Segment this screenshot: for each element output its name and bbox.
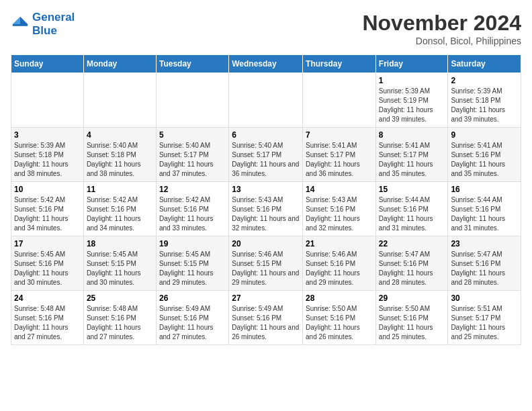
day-number: 20 [232,239,300,248]
calendar-cell: 23Sunrise: 5:47 AM Sunset: 5:16 PM Dayli… [448,236,521,291]
calendar-cell [156,73,228,128]
day-number: 21 [306,239,373,248]
day-info: Sunrise: 5:44 AM Sunset: 5:16 PM Dayligh… [451,195,518,233]
day-number: 11 [87,185,153,194]
svg-rect-2 [13,24,28,26]
calendar-cell: 22Sunrise: 5:47 AM Sunset: 5:16 PM Dayli… [375,236,448,291]
calendar-cell: 12Sunrise: 5:42 AM Sunset: 5:16 PM Dayli… [156,182,228,236]
svg-marker-1 [13,17,20,24]
day-info: Sunrise: 5:42 AM Sunset: 5:16 PM Dayligh… [159,195,226,233]
day-info: Sunrise: 5:42 AM Sunset: 5:16 PM Dayligh… [14,195,81,233]
day-number: 6 [232,130,300,140]
day-number: 19 [159,239,226,248]
calendar-cell: 30Sunrise: 5:51 AM Sunset: 5:17 PM Dayli… [448,291,521,345]
calendar-cell: 3Sunrise: 5:39 AM Sunset: 5:18 PM Daylig… [11,128,84,182]
day-number: 18 [87,239,153,248]
day-number: 28 [306,293,373,303]
day-info: Sunrise: 5:45 AM Sunset: 5:15 PM Dayligh… [159,250,226,287]
day-number: 30 [451,293,518,303]
day-info: Sunrise: 5:42 AM Sunset: 5:16 PM Dayligh… [87,195,153,233]
day-number: 17 [14,239,81,248]
calendar-cell: 15Sunrise: 5:44 AM Sunset: 5:16 PM Dayli… [375,182,448,236]
weekday-header: Wednesday [229,55,303,73]
calendar-cell: 11Sunrise: 5:42 AM Sunset: 5:16 PM Dayli… [83,182,156,236]
calendar-week-row: 24Sunrise: 5:48 AM Sunset: 5:16 PM Dayli… [11,291,521,345]
calendar-cell: 8Sunrise: 5:41 AM Sunset: 5:17 PM Daylig… [375,128,448,182]
calendar-cell: 4Sunrise: 5:40 AM Sunset: 5:18 PM Daylig… [83,128,156,182]
calendar-cell [303,73,376,128]
day-info: Sunrise: 5:51 AM Sunset: 5:17 PM Dayligh… [451,304,518,342]
day-number: 22 [379,239,445,248]
day-number: 27 [232,293,300,303]
weekday-header: Saturday [448,55,521,73]
day-number: 4 [87,130,153,140]
calendar-cell: 9Sunrise: 5:41 AM Sunset: 5:16 PM Daylig… [448,128,521,182]
calendar-week-row: 10Sunrise: 5:42 AM Sunset: 5:16 PM Dayli… [11,182,521,236]
calendar-cell: 20Sunrise: 5:46 AM Sunset: 5:15 PM Dayli… [229,236,303,291]
logo-icon [11,15,30,34]
calendar-cell: 25Sunrise: 5:48 AM Sunset: 5:16 PM Dayli… [83,291,156,345]
weekday-header: Thursday [303,55,376,73]
calendar-cell: 6Sunrise: 5:40 AM Sunset: 5:17 PM Daylig… [229,128,303,182]
day-info: Sunrise: 5:50 AM Sunset: 5:16 PM Dayligh… [306,304,373,342]
day-info: Sunrise: 5:49 AM Sunset: 5:16 PM Dayligh… [232,304,300,342]
day-info: Sunrise: 5:41 AM Sunset: 5:16 PM Dayligh… [451,141,518,179]
day-number: 3 [14,130,81,140]
calendar-cell: 1Sunrise: 5:39 AM Sunset: 5:19 PM Daylig… [375,73,448,128]
day-info: Sunrise: 5:45 AM Sunset: 5:16 PM Dayligh… [14,250,81,287]
calendar-cell: 27Sunrise: 5:49 AM Sunset: 5:16 PM Dayli… [229,291,303,345]
day-number: 15 [379,185,445,194]
calendar-cell: 21Sunrise: 5:46 AM Sunset: 5:16 PM Dayli… [303,236,376,291]
day-info: Sunrise: 5:41 AM Sunset: 5:17 PM Dayligh… [379,141,445,179]
day-info: Sunrise: 5:40 AM Sunset: 5:17 PM Dayligh… [232,141,300,179]
day-info: Sunrise: 5:47 AM Sunset: 5:16 PM Dayligh… [379,250,445,287]
calendar-week-row: 17Sunrise: 5:45 AM Sunset: 5:16 PM Dayli… [11,236,521,291]
day-number: 2 [451,76,518,85]
day-number: 1 [379,76,445,85]
day-number: 9 [451,130,518,140]
logo: General Blue [11,11,75,38]
day-number: 14 [306,185,373,194]
svg-marker-0 [20,17,28,24]
day-info: Sunrise: 5:43 AM Sunset: 5:16 PM Dayligh… [232,195,300,233]
calendar-cell: 13Sunrise: 5:43 AM Sunset: 5:16 PM Dayli… [229,182,303,236]
logo-text: General Blue [32,11,75,38]
calendar-week-row: 1Sunrise: 5:39 AM Sunset: 5:19 PM Daylig… [11,73,521,128]
day-number: 29 [379,293,445,303]
day-info: Sunrise: 5:46 AM Sunset: 5:15 PM Dayligh… [232,250,300,287]
calendar-cell [229,73,303,128]
day-info: Sunrise: 5:48 AM Sunset: 5:16 PM Dayligh… [87,304,153,342]
calendar-cell [83,73,156,128]
weekday-header-row: SundayMondayTuesdayWednesdayThursdayFrid… [11,55,521,73]
calendar-cell: 10Sunrise: 5:42 AM Sunset: 5:16 PM Dayli… [11,182,84,236]
month-title: November 2024 [362,11,521,36]
calendar-cell: 28Sunrise: 5:50 AM Sunset: 5:16 PM Dayli… [303,291,376,345]
day-info: Sunrise: 5:40 AM Sunset: 5:18 PM Dayligh… [87,141,153,179]
day-number: 24 [14,293,81,303]
day-info: Sunrise: 5:47 AM Sunset: 5:16 PM Dayligh… [451,250,518,287]
weekday-header: Monday [83,55,156,73]
title-area: November 2024 Donsol, Bicol, Philippines [362,11,521,46]
day-info: Sunrise: 5:48 AM Sunset: 5:16 PM Dayligh… [14,304,81,342]
day-number: 7 [306,130,373,140]
day-number: 5 [159,130,226,140]
day-info: Sunrise: 5:46 AM Sunset: 5:16 PM Dayligh… [306,250,373,287]
calendar-cell: 16Sunrise: 5:44 AM Sunset: 5:16 PM Dayli… [448,182,521,236]
calendar-cell: 29Sunrise: 5:50 AM Sunset: 5:16 PM Dayli… [375,291,448,345]
calendar-table: SundayMondayTuesdayWednesdayThursdayFrid… [11,54,521,345]
day-info: Sunrise: 5:44 AM Sunset: 5:16 PM Dayligh… [379,195,445,233]
day-info: Sunrise: 5:40 AM Sunset: 5:17 PM Dayligh… [159,141,226,179]
day-info: Sunrise: 5:39 AM Sunset: 5:19 PM Dayligh… [379,87,445,124]
calendar-cell [11,73,84,128]
day-number: 26 [159,293,226,303]
day-info: Sunrise: 5:43 AM Sunset: 5:16 PM Dayligh… [306,195,373,233]
day-info: Sunrise: 5:39 AM Sunset: 5:18 PM Dayligh… [14,141,81,179]
day-number: 13 [232,185,300,194]
day-info: Sunrise: 5:45 AM Sunset: 5:15 PM Dayligh… [87,250,153,287]
day-number: 16 [451,185,518,194]
location-subtitle: Donsol, Bicol, Philippines [362,36,521,46]
weekday-header: Sunday [11,55,84,73]
calendar-cell: 24Sunrise: 5:48 AM Sunset: 5:16 PM Dayli… [11,291,84,345]
calendar-cell: 14Sunrise: 5:43 AM Sunset: 5:16 PM Dayli… [303,182,376,236]
weekday-header: Friday [375,55,448,73]
